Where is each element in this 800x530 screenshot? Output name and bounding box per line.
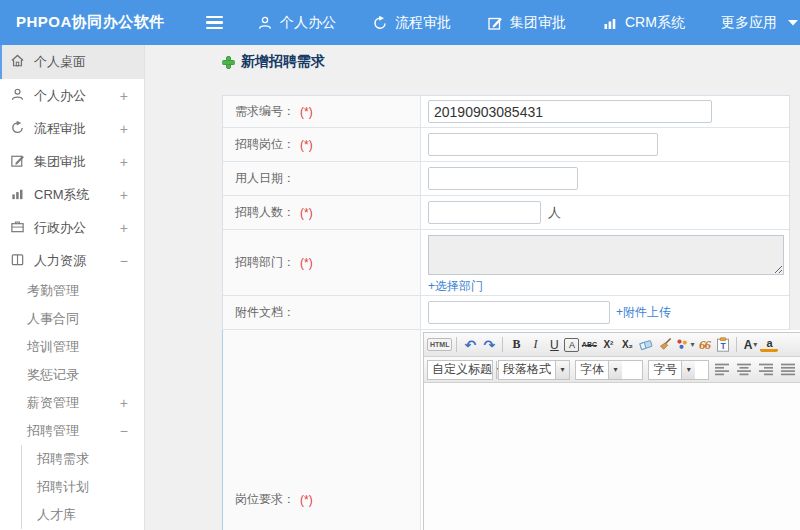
- html-source-button[interactable]: HTML: [427, 338, 452, 351]
- sidebar-item-rewards[interactable]: 奖惩记录: [0, 361, 144, 389]
- align-left-button[interactable]: [714, 362, 731, 378]
- toolbar-separator: [736, 337, 737, 352]
- align-left-icon: [714, 363, 730, 376]
- caret-down-icon: [788, 19, 798, 26]
- process-cycle-icon: [10, 120, 25, 138]
- hire-date-label: 用人日期：: [235, 170, 295, 187]
- edit-square-icon: [10, 153, 25, 171]
- form-row-job-requirement: 岗位要求： (*) HTML ↶ ↷ B I U A ABC X² X₂: [223, 330, 789, 530]
- align-center-button[interactable]: [736, 362, 753, 378]
- job-requirement-label: 岗位要求：: [235, 491, 295, 508]
- required-mark: (*): [300, 138, 313, 152]
- paste-text-button[interactable]: T: [714, 335, 732, 354]
- upload-attachment-link[interactable]: +附件上传: [616, 304, 671, 321]
- font-color-button[interactable]: A ▾: [741, 335, 759, 354]
- clipboard-icon: T: [716, 337, 730, 352]
- sidebar-item-hr-contract[interactable]: 人事合同: [0, 305, 144, 333]
- sidebar-item-group-approval[interactable]: 集团审批 +: [0, 145, 144, 178]
- align-right-icon: [758, 363, 774, 376]
- rich-text-editor: HTML ↶ ↷ B I U A ABC X² X₂: [423, 332, 800, 530]
- svg-text:T: T: [721, 341, 727, 351]
- align-justify-icon: [780, 363, 796, 376]
- editor-toolbar-row1: HTML ↶ ↷ B I U A ABC X² X₂: [424, 333, 800, 357]
- bold-button[interactable]: B: [507, 335, 525, 354]
- sidebar-item-recruit-mgmt[interactable]: 招聘管理 −: [0, 417, 144, 445]
- font-style-button[interactable]: A: [564, 338, 579, 352]
- position-label: 招聘岗位：: [235, 136, 295, 153]
- italic-button[interactable]: I: [526, 335, 544, 354]
- sidebar-item-crm[interactable]: CRM系统 +: [0, 178, 144, 211]
- bar-chart-icon: [10, 186, 25, 204]
- sidebar-item-personal-office[interactable]: 个人办公 +: [0, 79, 144, 112]
- sidebar-item-training[interactable]: 培训管理: [0, 333, 144, 361]
- nav-personal-office[interactable]: 个人办公: [257, 14, 336, 32]
- custom-title-dropdown[interactable]: 自定义标题 ▾: [427, 360, 493, 380]
- highlight-button[interactable]: a: [760, 338, 778, 352]
- editor-content-area[interactable]: [424, 383, 800, 530]
- form-row-hire-date: 用人日期：: [223, 162, 789, 196]
- bar-chart-icon: [602, 15, 618, 31]
- sidebar-item-talent-pool[interactable]: 人才库: [22, 501, 144, 529]
- book-icon: [10, 252, 25, 270]
- nav-more-apps[interactable]: 更多应用: [721, 14, 798, 32]
- caret-down-icon: ▾: [690, 340, 694, 349]
- caret-down-icon: ▾: [555, 361, 569, 379]
- eraser-icon: [638, 338, 654, 352]
- font-family-dropdown[interactable]: 字体 ▾: [575, 360, 643, 380]
- align-right-button[interactable]: [758, 362, 775, 378]
- form-row-request-no: 需求编号： (*): [223, 96, 789, 128]
- brush-icon: [658, 337, 673, 352]
- position-input[interactable]: [428, 133, 658, 156]
- quote-button[interactable]: 66: [695, 335, 713, 354]
- redo-button[interactable]: ↷: [480, 335, 498, 354]
- request-no-input[interactable]: [428, 100, 712, 123]
- toolbar-separator: [502, 337, 503, 352]
- nav-group-approval[interactable]: 集团审批: [487, 14, 566, 32]
- sidebar-item-attendance[interactable]: 考勤管理: [0, 277, 144, 305]
- hamburger-menu-icon[interactable]: [202, 12, 227, 33]
- sidebar-item-salary[interactable]: 薪资管理 +: [0, 389, 144, 417]
- edit-square-icon: [487, 15, 503, 31]
- superscript-button[interactable]: X²: [599, 335, 617, 354]
- subscript-button[interactable]: X₂: [618, 335, 636, 354]
- underline-button[interactable]: U: [545, 335, 563, 354]
- top-nav: 个人办公 流程审批 集团审批 CRM系统 更多应用: [257, 14, 798, 32]
- caret-down-icon: ▾: [681, 361, 695, 379]
- strikethrough-button[interactable]: ABC: [580, 335, 598, 354]
- eraser-button[interactable]: [637, 335, 655, 354]
- sidebar-item-desktop[interactable]: 个人桌面: [0, 45, 144, 79]
- headcount-label: 招聘人数：: [235, 204, 295, 221]
- color-palette-button[interactable]: ▾: [675, 335, 694, 354]
- undo-button[interactable]: ↶: [461, 335, 479, 354]
- sidebar-item-admin-office[interactable]: 行政办公 +: [0, 211, 144, 244]
- app-logo: PHPOA协同办公软件: [0, 13, 186, 32]
- font-size-dropdown[interactable]: 字号 ▾: [648, 360, 709, 380]
- caret-down-icon: ▾: [753, 340, 757, 349]
- sidebar-item-hr[interactable]: 人力资源 −: [0, 244, 144, 277]
- form-row-position: 招聘岗位： (*): [223, 128, 789, 162]
- sidebar-item-recruit-plan[interactable]: 招聘计划: [22, 473, 144, 501]
- top-header: PHPOA协同办公软件 个人办公 流程审批 集团审批 CRM系统: [0, 0, 800, 45]
- hire-date-input[interactable]: [428, 167, 578, 190]
- briefcase-icon: [10, 219, 25, 237]
- attachment-input[interactable]: [428, 301, 610, 324]
- paragraph-format-dropdown[interactable]: 段落格式 ▾: [498, 360, 570, 380]
- align-justify-button[interactable]: [780, 362, 797, 378]
- sidebar-item-workflow[interactable]: 流程审批 +: [0, 112, 144, 145]
- required-mark: (*): [300, 256, 313, 270]
- nav-crm[interactable]: CRM系统: [602, 14, 685, 32]
- format-brush-button[interactable]: [656, 335, 674, 354]
- align-center-icon: [736, 363, 752, 376]
- recruit-demand-form: 需求编号： (*) 招聘岗位： (*) 用人日期： 招聘人数： (*) 人: [222, 95, 790, 530]
- nav-workflow-approval[interactable]: 流程审批: [372, 14, 451, 32]
- department-label: 招聘部门：: [235, 254, 295, 271]
- sidebar-item-recruit-demand[interactable]: 招聘需求: [22, 445, 144, 473]
- headcount-input[interactable]: [428, 201, 541, 224]
- form-row-department: 招聘部门： (*) +选择部门: [223, 230, 789, 296]
- required-mark: (*): [300, 105, 313, 119]
- department-textarea[interactable]: [428, 235, 784, 275]
- user-icon: [257, 15, 273, 31]
- select-department-link[interactable]: +选择部门: [428, 278, 483, 295]
- page-title: 新增招聘需求: [222, 53, 325, 71]
- process-cycle-icon: [372, 15, 388, 31]
